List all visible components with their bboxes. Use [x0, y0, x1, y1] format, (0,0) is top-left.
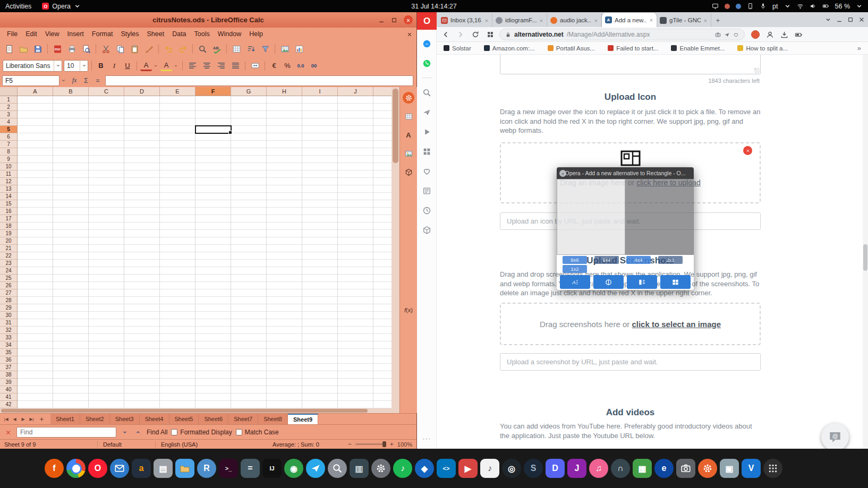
row-header-5[interactable]: 5 [0, 126, 17, 133]
paste-button[interactable] [128, 42, 141, 55]
profile-avatar[interactable] [751, 30, 760, 39]
dock-rstudio[interactable]: R [197, 459, 216, 478]
row-header-38[interactable]: 38 [0, 371, 17, 379]
find-input[interactable] [16, 427, 116, 438]
row-header-32[interactable]: 32 [0, 327, 17, 334]
dropdown-caret-icon[interactable] [59, 75, 67, 86]
snapshot-icon[interactable] [715, 31, 721, 38]
opera-menu-button[interactable]: O [417, 12, 437, 30]
status-page-style[interactable]: Default [103, 441, 150, 448]
column-header-g[interactable]: G [231, 87, 267, 96]
scrollbar-thumb[interactable] [393, 89, 398, 163]
history-icon[interactable] [421, 205, 432, 216]
sync-person-icon[interactable] [766, 30, 774, 39]
sheet-tab-sheet2[interactable]: Sheet2 [80, 414, 110, 425]
sheet-tab-sheet1[interactable]: Sheet1 [50, 414, 80, 425]
news-icon[interactable] [421, 185, 432, 196]
dock-show-apps[interactable] [763, 459, 782, 478]
row-header-35[interactable]: 35 [0, 349, 17, 356]
formula-input[interactable] [105, 75, 413, 86]
menu-format[interactable]: Format [88, 29, 117, 39]
row-header-25[interactable]: 25 [0, 275, 17, 282]
status-stats[interactable]: Average: ; Sum: 0 [273, 441, 319, 448]
column-header-h[interactable]: H [267, 87, 302, 96]
row-header-16[interactable]: 16 [0, 208, 17, 215]
status-language[interactable]: English (USA) [161, 441, 267, 448]
extensions-icon[interactable] [421, 225, 432, 235]
close-document-button[interactable] [407, 30, 412, 38]
dock-intellij[interactable]: IJ [262, 459, 282, 478]
volume-icon[interactable] [810, 3, 816, 10]
clock[interactable]: 31 Jul 14:14:27 [411, 3, 457, 10]
tile-preview-left[interactable] [557, 179, 625, 255]
spelling-button[interactable]: AB [210, 42, 223, 55]
dock-remote-desktop[interactable]: ▥ [350, 459, 369, 478]
screenshot-select-link[interactable]: click to select an image [632, 320, 721, 329]
dock-screenshot-tool[interactable]: ◉ [284, 459, 303, 478]
sheet-tab-sheet7[interactable]: Sheet7 [228, 414, 258, 425]
dock-spotify[interactable]: ♪ [393, 459, 412, 478]
match-case-checkbox[interactable]: Match Case [236, 429, 279, 436]
row-header-33[interactable]: 33 [0, 334, 17, 341]
font-name-select[interactable]: Liberation Sans [3, 60, 62, 72]
row-header-10[interactable]: 10 [0, 163, 17, 170]
column-header-j[interactable]: J [338, 87, 373, 96]
grid-size-8x6[interactable]: 8x6 [563, 256, 587, 264]
row-header-1[interactable]: 1 [0, 96, 17, 104]
microphone-icon[interactable] [760, 3, 767, 10]
select-all-corner[interactable] [0, 87, 18, 96]
row-header-2[interactable]: 2 [0, 104, 17, 111]
menu-styles[interactable]: Styles [117, 29, 142, 39]
url-field[interactable]: alternativeto.net /Manage/AddAlternative… [499, 29, 745, 40]
function-wizard-button[interactable]: fx [69, 75, 80, 86]
row-header-23[interactable]: 23 [0, 260, 17, 267]
dock-opera[interactable]: O [88, 459, 107, 478]
phone-icon[interactable] [747, 3, 754, 10]
print-preview-button[interactable] [80, 42, 92, 55]
zoom-slider-thumb[interactable] [382, 441, 386, 447]
dock-music-store[interactable]: ♫ [589, 459, 608, 478]
autotile-button[interactable]: A [560, 275, 590, 289]
add-decimal-button[interactable]: 00 [308, 60, 320, 72]
page-scrollbar[interactable] [863, 55, 868, 449]
row-header-9[interactable]: 9 [0, 156, 17, 163]
tab-close-icon[interactable] [484, 17, 489, 23]
export-pdf-button[interactable]: PDF [51, 42, 64, 55]
row-header-39[interactable]: 39 [0, 379, 17, 386]
back-button[interactable] [440, 29, 452, 40]
sidebar-gallery-icon[interactable] [403, 148, 414, 159]
row-header-8[interactable]: 8 [0, 148, 17, 156]
dock-chrome[interactable] [66, 459, 86, 478]
forward-button[interactable] [455, 29, 466, 40]
reload-button[interactable] [470, 29, 481, 40]
dock-video-player[interactable]: ▶ [458, 459, 478, 478]
close-button[interactable] [404, 15, 413, 24]
grid-size-4x4[interactable]: 4x4 [626, 256, 651, 264]
cell-reference-input[interactable] [2, 75, 59, 86]
font-color-button[interactable]: A [140, 61, 152, 71]
percent-format-button[interactable]: % [282, 60, 293, 72]
zoom-in-icon[interactable] [389, 442, 394, 447]
zoom-out-icon[interactable] [347, 442, 352, 447]
menu-insert[interactable]: Insert [64, 29, 88, 39]
row-header-15[interactable]: 15 [0, 200, 17, 208]
screen-cast-icon[interactable] [712, 3, 719, 10]
dock-firefox[interactable]: f [45, 459, 64, 478]
row-header-22[interactable]: 22 [0, 252, 17, 260]
network-icon[interactable] [797, 3, 804, 10]
new-document-button[interactable] [3, 42, 15, 55]
dock-text-editor[interactable]: ▤ [154, 459, 173, 478]
resize-button[interactable] [593, 275, 624, 289]
bookmark-item-4[interactable]: Enable Emmet... [671, 45, 725, 52]
align-center-button[interactable] [200, 59, 213, 72]
horizontal-scrollbar[interactable] [0, 408, 392, 413]
align-left-button[interactable] [186, 59, 199, 72]
browser-tab-1[interactable]: idiogramF... [492, 13, 547, 27]
minimize-button[interactable] [378, 17, 385, 23]
autofilter-button[interactable] [259, 42, 271, 55]
my-flow-icon[interactable] [421, 107, 432, 117]
highlight-color-button[interactable]: A [160, 61, 172, 71]
sidebar-settings-icon[interactable] [403, 92, 414, 104]
messenger-icon[interactable] [421, 38, 432, 49]
menu-help[interactable]: Help [245, 29, 267, 39]
